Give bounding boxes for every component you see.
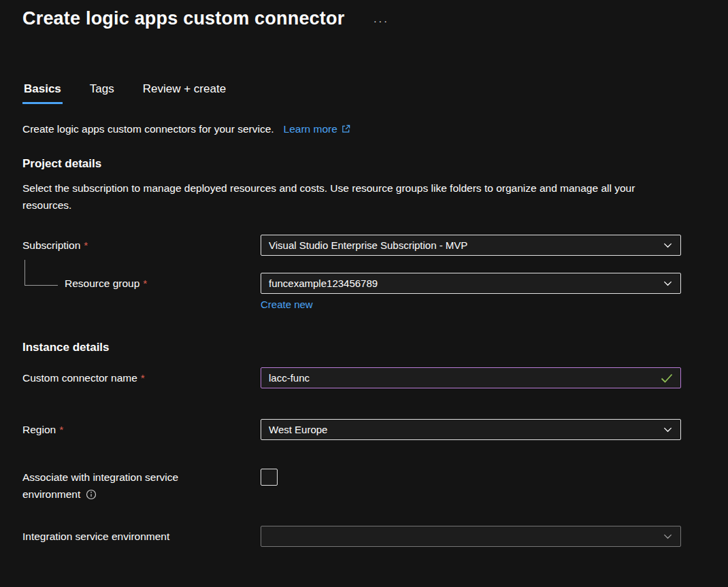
required-asterisk: * [141, 372, 145, 384]
region-dropdown[interactable]: West Europe [261, 419, 681, 440]
resource-group-value: funcexample123456789 [269, 278, 663, 289]
project-details-heading: Project details [22, 157, 681, 171]
ise-checkbox-label: Associate with integration service envir… [22, 469, 261, 503]
chevron-down-icon [663, 424, 673, 435]
project-details-description: Select the subscription to manage deploy… [22, 180, 652, 214]
info-icon[interactable] [86, 489, 97, 500]
ise-checkbox[interactable] [261, 469, 278, 486]
connector-name-label: Custom connector name* [22, 369, 261, 386]
required-asterisk: * [143, 278, 147, 289]
page-title: Create logic apps custom connector [22, 8, 344, 29]
required-asterisk: * [84, 239, 88, 251]
subscription-label: Subscription* [22, 237, 261, 254]
region-row: Region* West Europe [22, 419, 681, 440]
connector-name-field [261, 367, 681, 388]
tab-basics[interactable]: Basics [22, 82, 63, 104]
page-header: Create logic apps custom connector ··· [22, 8, 681, 29]
ise-select-label: Integration service environment [22, 528, 261, 545]
ise-checkbox-row: Associate with integration service envir… [22, 469, 681, 507]
resource-group-label: Resource group* [22, 275, 261, 292]
chevron-down-icon [663, 278, 673, 288]
create-new-link[interactable]: Create new [261, 299, 313, 310]
instance-details-heading: Instance details [22, 341, 681, 354]
chevron-down-icon [663, 240, 673, 250]
tab-tags[interactable]: Tags [88, 82, 116, 104]
create-connector-page: Create logic apps custom connector ··· B… [0, 0, 728, 547]
resource-group-dropdown[interactable]: funcexample123456789 [261, 273, 681, 294]
subscription-value: Visual Studio Enterprise Subscription - … [269, 239, 663, 251]
external-link-icon [341, 124, 351, 134]
region-label: Region* [22, 421, 261, 438]
valid-check-icon [661, 373, 673, 383]
required-asterisk: * [59, 424, 63, 435]
intro-line: Create logic apps custom connectors for … [22, 123, 681, 135]
ise-dropdown [261, 526, 681, 547]
intro-text: Create logic apps custom connectors for … [22, 123, 274, 135]
ise-select-row: Integration service environment [22, 526, 681, 547]
subscription-dropdown[interactable]: Visual Studio Enterprise Subscription - … [261, 235, 681, 256]
tab-review-create[interactable]: Review + create [142, 82, 227, 104]
connector-name-input[interactable] [269, 372, 661, 384]
resource-group-row: Resource group* funcexample123456789 [22, 273, 681, 294]
tree-connector-line [24, 260, 58, 286]
learn-more-label: Learn more [284, 123, 337, 135]
tab-strip: Basics Tags Review + create [22, 82, 681, 104]
chevron-down-icon [663, 531, 673, 541]
more-options-button[interactable]: ··· [373, 15, 388, 29]
create-new-wrap: Create new [22, 299, 681, 311]
region-value: West Europe [269, 424, 663, 435]
connector-name-row: Custom connector name* [22, 367, 681, 388]
subscription-row: Subscription* Visual Studio Enterprise S… [22, 235, 681, 256]
learn-more-link[interactable]: Learn more [284, 123, 351, 135]
